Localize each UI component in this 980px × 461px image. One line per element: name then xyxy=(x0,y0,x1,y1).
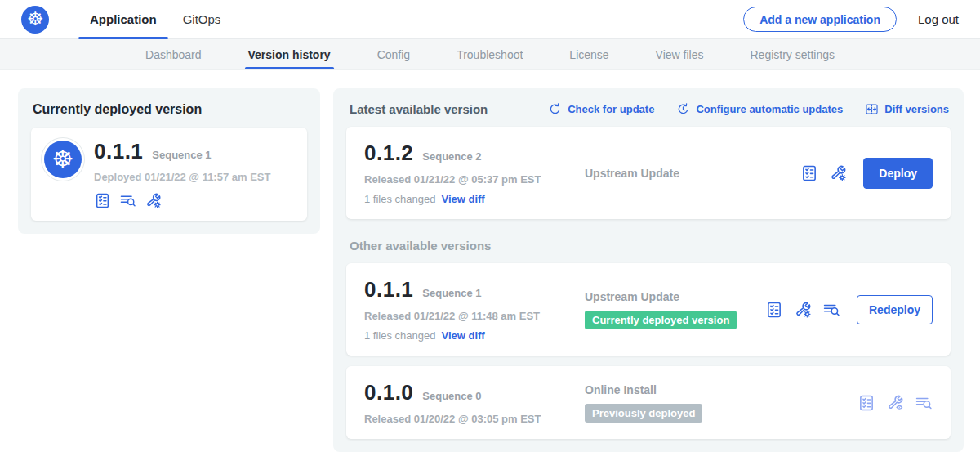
currently-deployed-title: Currently deployed version xyxy=(33,102,307,117)
tab-gitops-label: GitOps xyxy=(183,12,221,26)
deployed-version-number: 0.1.1 xyxy=(94,139,143,164)
version-source: Online Install xyxy=(585,383,858,396)
edit-config-icon[interactable] xyxy=(794,301,812,319)
deployed-timestamp: Deployed 01/21/22 @ 11:57 am EST xyxy=(94,171,270,183)
sequence-label: Sequence 2 xyxy=(422,150,481,163)
version-number: 0.1.2 xyxy=(364,141,413,166)
view-logs-icon[interactable] xyxy=(822,301,840,319)
released-timestamp: Released 01/21/22 @ 05:37 pm EST xyxy=(364,173,570,186)
version-info: 0.1.0 Sequence 0 Released 01/20/22 @ 03:… xyxy=(364,380,570,425)
subnav-tab-dashboard[interactable]: Dashboard xyxy=(145,39,202,69)
deploy-button[interactable]: Deploy xyxy=(863,158,933,189)
view-logs-icon[interactable] xyxy=(119,192,136,209)
subnav-tab-license[interactable]: License xyxy=(569,39,608,69)
view-diff-link[interactable]: View diff xyxy=(441,193,484,205)
view-config-icon[interactable] xyxy=(886,394,904,412)
files-changed-label: 1 files changed xyxy=(364,193,435,205)
logout-link[interactable]: Log out xyxy=(918,12,959,26)
subnav-tab-config[interactable]: Config xyxy=(377,39,410,69)
add-application-button[interactable]: Add a new application xyxy=(743,7,897,32)
version-actions: Check for update Configure automatic upd… xyxy=(548,102,949,116)
version-number: 0.1.1 xyxy=(364,277,413,302)
app-logo-icon: ☸ xyxy=(44,141,82,178)
subnav-tab-version-history[interactable]: Version history xyxy=(248,39,331,69)
subnav-tab-troubleshoot[interactable]: Troubleshoot xyxy=(457,39,523,69)
configure-automatic-updates-link[interactable]: Configure automatic updates xyxy=(676,102,843,116)
deployed-version-card: ☸ 0.1.1 Sequence 1 Deployed 01/21/22 @ 1… xyxy=(31,128,307,221)
version-row-actions: Redeploy xyxy=(765,295,933,324)
released-timestamp: Released 01/21/22 @ 11:48 am EST xyxy=(364,310,570,322)
diff-versions-label: Diff versions xyxy=(884,103,949,115)
deployed-action-icons xyxy=(94,192,270,209)
preflight-checks-icon[interactable] xyxy=(94,192,111,209)
main-content: Currently deployed version ☸ 0.1.1 Seque… xyxy=(0,70,980,452)
subnav-tab-registry-settings[interactable]: Registry settings xyxy=(751,39,835,69)
deployed-version-body: 0.1.1 Sequence 1 Deployed 01/21/22 @ 11:… xyxy=(94,139,270,209)
files-changed-label: 1 files changed xyxy=(364,329,435,342)
version-row-0-1-2: 0.1.2 Sequence 2 Released 01/21/22 @ 05:… xyxy=(346,127,951,219)
edit-config-icon[interactable] xyxy=(145,192,162,209)
version-row-actions: Deploy xyxy=(800,158,933,189)
edit-config-icon[interactable] xyxy=(829,164,847,182)
view-logs-icon[interactable] xyxy=(915,394,933,412)
other-available-versions-title: Other available versions xyxy=(350,239,951,253)
version-source: Upstream Update xyxy=(585,290,765,303)
preflight-checks-icon[interactable] xyxy=(800,164,818,182)
files-changed: 1 files changedView diff xyxy=(364,193,570,205)
diff-icon xyxy=(865,102,879,116)
sequence-label: Sequence 1 xyxy=(422,287,481,299)
version-number: 0.1.0 xyxy=(364,380,413,405)
available-panel-header: Latest available version Check for updat… xyxy=(346,100,951,116)
sequence-label: Sequence 0 xyxy=(422,390,481,402)
deployed-sequence-label: Sequence 1 xyxy=(152,149,211,161)
subnav-tab-view-files[interactable]: View files xyxy=(656,39,704,69)
configure-automatic-updates-label: Configure automatic updates xyxy=(696,103,843,115)
check-for-update-link[interactable]: Check for update xyxy=(548,102,654,116)
version-row-actions xyxy=(858,394,933,412)
kubernetes-logo-icon: ☸ xyxy=(21,6,49,34)
diff-versions-link[interactable]: Diff versions xyxy=(865,102,949,116)
version-source-column: Upstream Update Currently deployed versi… xyxy=(570,290,765,329)
version-source: Upstream Update xyxy=(585,167,800,180)
currently-deployed-badge: Currently deployed version xyxy=(585,311,737,329)
app-subnav: Dashboard Version history Config Trouble… xyxy=(0,39,980,70)
version-info: 0.1.1 Sequence 1 Released 01/21/22 @ 11:… xyxy=(364,277,570,342)
previously-deployed-badge: Previously deployed xyxy=(585,404,702,423)
version-info: 0.1.2 Sequence 2 Released 01/21/22 @ 05:… xyxy=(364,141,570,205)
app-header: ☸ Application GitOps Add a new applicati… xyxy=(0,0,980,39)
app-tabs: Application GitOps xyxy=(77,0,234,39)
version-source-column: Online Install Previously deployed xyxy=(570,383,858,423)
check-for-update-label: Check for update xyxy=(568,103,654,115)
released-timestamp: Released 01/20/22 @ 03:05 pm EST xyxy=(364,413,570,425)
view-diff-link[interactable]: View diff xyxy=(441,329,484,342)
tab-application[interactable]: Application xyxy=(77,0,170,39)
version-source-column: Upstream Update xyxy=(570,167,800,180)
header-right: Add a new application Log out xyxy=(743,7,959,32)
refresh-icon xyxy=(548,102,562,116)
available-versions-panel: Latest available version Check for updat… xyxy=(333,88,964,452)
schedule-update-icon xyxy=(676,102,690,116)
currently-deployed-panel: Currently deployed version ☸ 0.1.1 Seque… xyxy=(18,88,320,234)
files-changed: 1 files changedView diff xyxy=(364,329,570,342)
tab-gitops[interactable]: GitOps xyxy=(170,0,234,39)
preflight-checks-icon[interactable] xyxy=(765,301,783,319)
preflight-checks-icon[interactable] xyxy=(858,394,875,412)
tab-application-label: Application xyxy=(90,12,157,26)
redeploy-button[interactable]: Redeploy xyxy=(857,295,933,324)
version-row-0-1-1: 0.1.1 Sequence 1 Released 01/21/22 @ 11:… xyxy=(346,263,951,356)
latest-available-title: Latest available version xyxy=(350,102,488,116)
version-row-0-1-0: 0.1.0 Sequence 0 Released 01/20/22 @ 03:… xyxy=(346,366,951,439)
